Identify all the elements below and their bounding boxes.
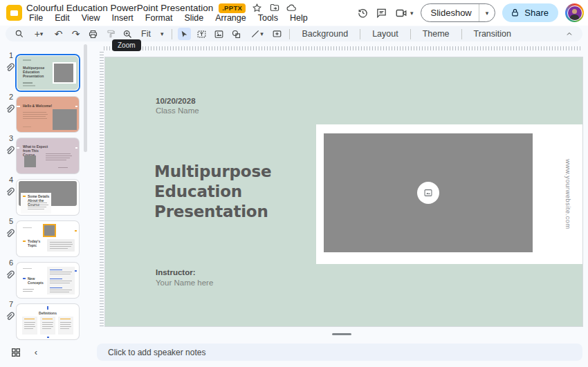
slide-thumbnail-5[interactable]: Today's Topic — [17, 221, 79, 256]
menu-tools[interactable]: Tools — [254, 13, 282, 23]
instructor-name-text[interactable]: Your Name here — [156, 279, 213, 287]
attachment-icon — [4, 311, 15, 322]
document-title[interactable]: Colourful Education PowerPoint Presentat… — [26, 3, 213, 13]
zoom-fit-dropdown[interactable]: Fit ▾ — [138, 29, 166, 39]
paint-format-icon[interactable] — [104, 28, 117, 40]
attachment-icon — [4, 104, 15, 115]
image-frame[interactable]: www.yourwebsite.com — [316, 124, 582, 264]
slide-thumbnail-4[interactable]: Some Details About the Course — [17, 180, 79, 215]
slideshow-button[interactable]: Slideshow ▾ — [421, 3, 496, 22]
transition-button[interactable]: Transition — [468, 29, 517, 39]
toolbar-divider — [360, 29, 360, 39]
menu-view[interactable]: View — [77, 13, 104, 23]
cloud-status-icon[interactable] — [286, 2, 297, 14]
attachment-icon — [4, 270, 15, 281]
speaker-notes-bar[interactable]: Click to add speaker notes — [97, 344, 582, 361]
version-history-icon[interactable] — [357, 7, 369, 19]
slide-thumbnail-6[interactable]: New Concepts — [17, 263, 79, 298]
attachment-icon — [4, 187, 15, 198]
comment-history-icon[interactable] — [376, 7, 387, 19]
main-toolbar: +▾ ↶ ↷ Fit ▾ ▾ Background Layout Theme T… — [6, 26, 582, 41]
zoom-tooltip: Zoom — [112, 39, 141, 51]
menu-edit[interactable]: Edit — [50, 13, 74, 23]
slide-number: 3 — [6, 134, 16, 142]
slide-number: 2 — [6, 93, 16, 101]
menu-file[interactable]: File — [25, 13, 47, 23]
new-slide-button[interactable]: +▾ — [30, 28, 48, 40]
insert-shape-icon[interactable] — [230, 28, 243, 40]
menu-slide[interactable]: Slide — [180, 13, 208, 23]
slide-number: 5 — [6, 217, 16, 225]
menu-insert[interactable]: Insert — [108, 13, 138, 23]
move-folder-icon[interactable] — [268, 2, 280, 14]
menu-arrange[interactable]: Arrange — [211, 13, 250, 23]
image-icon — [423, 188, 433, 198]
layout-button[interactable]: Layout — [366, 29, 405, 39]
attachment-icon — [4, 228, 15, 239]
account-avatar[interactable] — [565, 3, 584, 22]
menu-bar: File Edit View Insert Format Slide Arran… — [25, 13, 312, 23]
share-label: Share — [524, 8, 549, 18]
collapse-filmstrip-icon[interactable]: ‹ — [31, 347, 41, 358]
lock-icon — [511, 8, 520, 17]
toolbar-divider — [289, 29, 290, 39]
slide-thumbnail-1[interactable]: Multipurpose Education Presentation — [17, 55, 79, 91]
horizontal-scrollbar[interactable] — [332, 333, 351, 335]
print-icon[interactable] — [86, 28, 100, 40]
select-tool-icon[interactable] — [178, 28, 191, 40]
theme-button[interactable]: Theme — [416, 29, 456, 39]
vertical-ruler — [100, 52, 104, 326]
toolbar-divider — [172, 29, 172, 39]
text-box-icon[interactable] — [195, 28, 208, 40]
undo-icon[interactable]: ↶ — [52, 28, 65, 40]
menu-format[interactable]: Format — [141, 13, 177, 23]
instructor-label[interactable]: Instructor: — [156, 268, 196, 276]
slides-logo-icon[interactable] — [6, 5, 22, 21]
slideshow-caret-icon[interactable]: ▾ — [479, 10, 495, 17]
slide-date-text[interactable]: 10/20/2028 — [156, 97, 196, 105]
slide-thumbnail-3[interactable]: What to Expect from This Course — [17, 138, 79, 173]
slide-number: 1 — [6, 51, 16, 59]
star-icon[interactable] — [251, 2, 263, 14]
redo-icon[interactable]: ↷ — [69, 28, 82, 40]
slide-thumbnail-2[interactable]: Hello & Welcome! — [17, 97, 79, 132]
insert-line-icon[interactable]: ▾ — [247, 28, 266, 40]
toolbar-divider — [461, 29, 462, 39]
slideshow-label: Slideshow — [421, 8, 479, 18]
slide-thumbnail-7[interactable]: Definitions — [17, 304, 79, 339]
slide-title-text[interactable]: Multipurpose Education Presentation — [154, 162, 271, 222]
attachment-icon — [4, 62, 15, 73]
slide-canvas[interactable]: www.yourwebsite.com 10/20/2028 Class Nam… — [105, 57, 582, 326]
slide-number: 4 — [6, 176, 16, 184]
insert-comment-icon[interactable] — [270, 28, 284, 40]
image-placeholder-button[interactable] — [417, 182, 439, 204]
collapse-menus-icon[interactable] — [562, 28, 576, 40]
pptx-badge: .PPTX — [219, 3, 246, 13]
background-button[interactable]: Background — [295, 29, 354, 39]
title-bar: Colourful Education PowerPoint Presentat… — [0, 0, 588, 26]
slide-number: 6 — [6, 258, 16, 267]
share-button[interactable]: Share — [502, 3, 558, 22]
image-placeholder[interactable] — [324, 133, 533, 252]
website-text[interactable]: www.yourwebsite.com — [560, 124, 576, 264]
slide-number: 7 — [6, 300, 16, 308]
speaker-notes-placeholder: Click to add speaker notes — [97, 348, 205, 357]
horizontal-ruler — [104, 46, 582, 50]
fit-caret-icon: ▾ — [160, 30, 164, 37]
filmstrip-scrollbar[interactable] — [84, 44, 87, 152]
fit-label: Fit — [141, 29, 151, 39]
grid-view-icon[interactable] — [10, 347, 21, 358]
zoom-icon[interactable] — [121, 28, 134, 40]
insert-image-icon[interactable] — [212, 28, 226, 40]
search-menus-icon[interactable] — [12, 28, 26, 40]
attachment-icon — [4, 145, 15, 156]
class-name-text[interactable]: Class Name — [156, 106, 199, 115]
meet-caret-icon[interactable]: ▾ — [410, 10, 414, 17]
toolbar-divider — [410, 29, 411, 39]
meet-button[interactable]: ▾ — [394, 7, 414, 19]
menu-help[interactable]: Help — [286, 13, 312, 23]
